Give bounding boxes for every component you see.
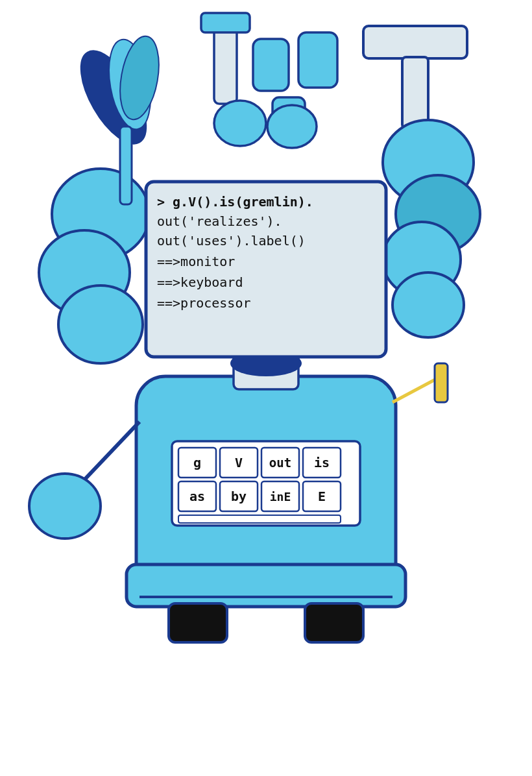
svg-text:==>keyboard: ==>keyboard bbox=[157, 274, 243, 290]
svg-rect-15 bbox=[201, 13, 250, 32]
illustration-scene: > g.V().is(gremlin). out('realizes'). ou… bbox=[0, 0, 532, 776]
svg-text:out: out bbox=[269, 455, 291, 470]
svg-text:out('uses').label(): out('uses').label() bbox=[157, 233, 306, 249]
svg-text:is: is bbox=[314, 455, 330, 470]
svg-rect-25 bbox=[305, 603, 363, 642]
svg-rect-16 bbox=[253, 39, 289, 91]
svg-rect-17 bbox=[298, 32, 337, 88]
svg-text:as: as bbox=[189, 489, 205, 504]
svg-point-19 bbox=[214, 101, 266, 146]
robot-illustration: > g.V().is(gremlin). out('realizes'). ou… bbox=[0, 0, 532, 776]
svg-rect-7 bbox=[120, 127, 132, 204]
svg-text:g: g bbox=[193, 455, 201, 470]
svg-rect-22 bbox=[127, 564, 405, 607]
svg-text:==>processor: ==>processor bbox=[157, 295, 251, 311]
svg-point-13 bbox=[393, 273, 464, 337]
svg-text:V: V bbox=[235, 455, 243, 470]
svg-text:out('realizes').: out('realizes'). bbox=[157, 213, 282, 229]
svg-text:> g.V().is(gremlin).: > g.V().is(gremlin). bbox=[157, 194, 313, 210]
svg-text:inE: inE bbox=[270, 490, 291, 503]
svg-text:E: E bbox=[318, 489, 326, 504]
svg-text:by: by bbox=[231, 489, 247, 504]
svg-point-3 bbox=[58, 285, 143, 363]
svg-rect-52 bbox=[178, 515, 341, 523]
svg-point-20 bbox=[267, 105, 317, 148]
svg-point-54 bbox=[29, 474, 101, 539]
svg-text:==>monitor: ==>monitor bbox=[157, 254, 235, 269]
svg-rect-8 bbox=[363, 26, 467, 58]
svg-rect-56 bbox=[435, 363, 448, 402]
svg-rect-9 bbox=[402, 57, 428, 128]
svg-rect-24 bbox=[169, 603, 227, 642]
